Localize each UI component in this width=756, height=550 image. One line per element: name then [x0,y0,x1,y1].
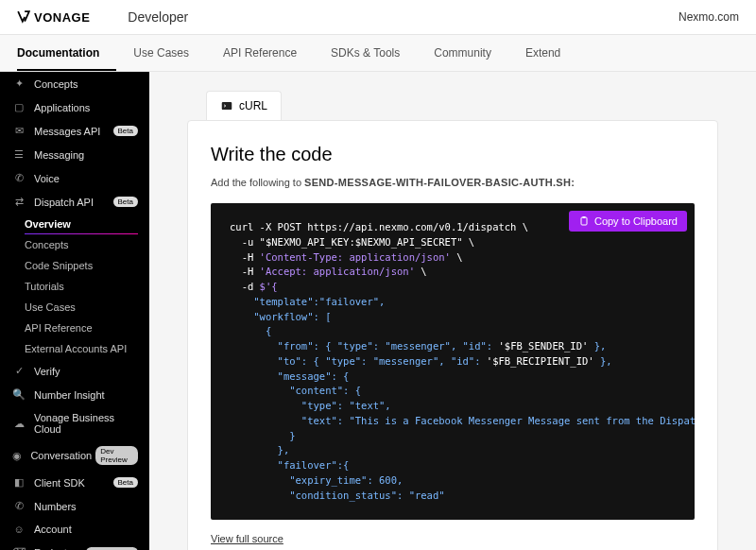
sub-concepts[interactable]: Concepts [0,234,149,255]
bulb-icon: ✦ [11,77,26,90]
convo-icon: ◉ [11,450,23,462]
sidebar-applications[interactable]: ▢Applications [0,95,149,119]
curl-icon [220,99,233,112]
tab-label: cURL [239,99,267,112]
nav-documentation[interactable]: Documentation [17,35,116,71]
redact-icon: ⌫ [11,546,26,550]
sidebar-client-sdk[interactable]: ◧Client SDKBeta [0,471,149,494]
sidebar: ✦Concepts ▢Applications ✉Messages APIBet… [0,72,149,550]
check-icon: ✓ [11,365,26,377]
beta-badge: Beta [113,197,138,207]
nexmo-link[interactable]: Nexmo.com [679,10,739,24]
filename: SEND-MESSAGE-WITH-FAILOVER-BASIC-AUTH.SH… [304,177,575,188]
nav-api-reference[interactable]: API Reference [223,35,314,71]
sidebar-number-insight[interactable]: 🔍Number Insight [0,383,149,406]
phone-icon: ✆ [11,172,26,184]
sidebar-voice[interactable]: ✆Voice [0,166,149,190]
chat-icon: ✉ [11,125,26,137]
msg-icon: ☰ [11,148,26,161]
sidebar-dispatch-api[interactable]: ⇄Dispatch APIBeta [0,190,149,214]
cloud-icon: ☁ [11,418,26,430]
sidebar-concepts[interactable]: ✦Concepts [0,72,149,95]
code-content: curl -X POST https://api.nexmo.com/v0.1/… [230,220,676,503]
sdk-icon: ◧ [11,476,26,489]
vonage-icon [17,10,30,24]
code-block: Copy to Clipboard curl -X POST https://a… [211,203,695,520]
dev-badge: Dev Preview [95,446,138,465]
num-icon: ✆ [11,500,26,512]
svg-rect-1 [581,217,587,225]
dispatch-icon: ⇄ [11,196,26,208]
tab-curl[interactable]: cURL [206,91,282,120]
main-content: cURL Write the code Add the following to… [149,72,756,550]
clipboard-icon [578,215,590,227]
sidebar-vbc[interactable]: ☁Vonage Business Cloud [0,406,149,440]
nav-extend[interactable]: Extend [525,35,577,71]
beta-badge: Beta [113,477,138,488]
sub-api-reference[interactable]: API Reference [0,318,149,338]
copy-button[interactable]: Copy to Clipboard [569,211,687,232]
sidebar-verify[interactable]: ✓Verify [0,359,149,383]
brand-logo[interactable]: VONAGE [17,10,90,25]
sidebar-redact[interactable]: ⌫RedactDev Preview [0,541,149,550]
sidebar-numbers[interactable]: ✆Numbers [0,494,149,518]
nav-community[interactable]: Community [434,35,508,71]
nav-use-cases[interactable]: Use Cases [133,35,206,71]
top-nav: Documentation Use Cases API Reference SD… [0,35,756,72]
beta-badge: Beta [113,126,138,136]
doc-card: Write the code Add the following to SEND… [187,120,718,550]
acct-icon: ☺ [11,524,26,535]
svg-rect-0 [222,102,232,110]
sidebar-conversation[interactable]: ◉ConversationDev Preview [0,440,149,471]
header: VONAGE Developer Nexmo.com [0,0,756,35]
search-icon: 🔍 [11,388,26,401]
view-source-link[interactable]: View full source [211,533,284,544]
sidebar-account[interactable]: ☺Account [0,518,149,541]
svg-rect-2 [582,216,585,218]
section-title: Write the code [211,144,695,165]
instruction: Add the following to SEND-MESSAGE-WITH-F… [211,177,695,188]
developer-label: Developer [128,9,188,25]
sub-code-snippets[interactable]: Code Snippets [0,255,149,276]
app-icon: ▢ [11,101,26,113]
sub-use-cases[interactable]: Use Cases [0,297,149,318]
sub-overview[interactable]: Overview [0,214,149,234]
sidebar-messages-api[interactable]: ✉Messages APIBeta [0,119,149,143]
sidebar-messaging[interactable]: ☰Messaging [0,143,149,166]
brand-text: VONAGE [34,10,90,25]
nav-sdks-tools[interactable]: SDKs & Tools [331,35,417,71]
sub-tutorials[interactable]: Tutorials [0,276,149,297]
sub-external-accounts[interactable]: External Accounts API [0,338,149,359]
